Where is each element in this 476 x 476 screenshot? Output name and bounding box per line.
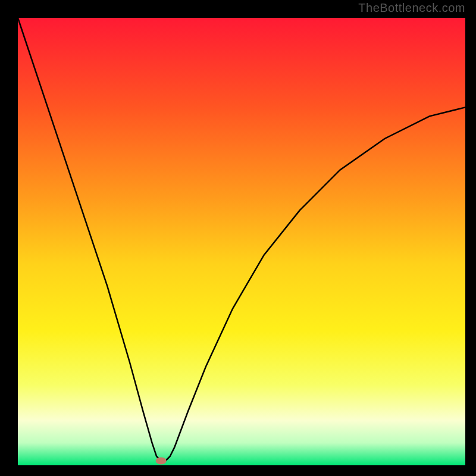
- watermark-text: TheBottleneck.com: [358, 1, 465, 15]
- chart-svg: [0, 0, 476, 476]
- plot-background: [18, 18, 465, 465]
- chart-frame: TheBottleneck.com: [0, 0, 476, 476]
- optimal-marker: [156, 457, 167, 464]
